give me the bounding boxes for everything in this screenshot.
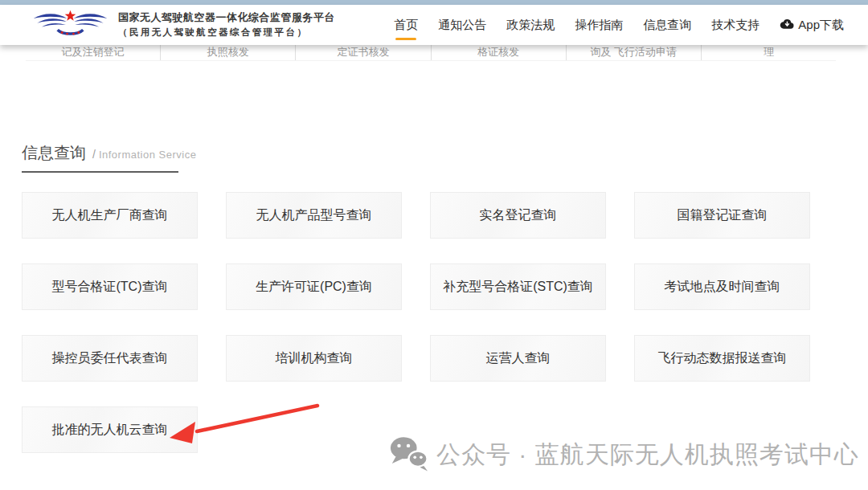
query-nationality-registration-button[interactable]: 国籍登记证查询 (634, 192, 810, 239)
query-grid: 无人机生产厂商查询 无人机产品型号查询 实名登记查询 国籍登记证查询 型号合格证… (22, 192, 810, 453)
clipped-menu-item-certificate[interactable]: 定证书核发 (296, 44, 431, 60)
query-stc-button[interactable]: 补充型号合格证(STC)查询 (430, 263, 606, 310)
nav-tech-support[interactable]: 技术支持 (711, 18, 760, 33)
cloud-download-icon (780, 18, 794, 32)
query-training-org-button[interactable]: 培训机构查询 (226, 335, 402, 382)
site-titles: 国家无人驾驶航空器一体化综合监管服务平台 （民用无人驾驶航空器综合管理平台） (118, 10, 335, 39)
clipped-menu-item-flight-application[interactable]: 询及 飞行活动申请 (567, 44, 702, 60)
query-pilot-delegated-rep-button[interactable]: 操控员委任代表查询 (22, 335, 198, 382)
active-tab-underline (395, 38, 416, 40)
section-title-en: Information Service (99, 149, 197, 161)
clipped-menu-item-qualification[interactable]: 格证核发 (432, 44, 567, 60)
query-real-name-registration-button[interactable]: 实名登记查询 (430, 192, 606, 239)
site-header: 国家无人驾驶航空器一体化综合监管服务平台 （民用无人驾驶航空器综合管理平台） 首… (0, 5, 868, 45)
clipped-menu-band: 记及注销登记 执照核发 定证书核发 格证核发 询及 飞行活动申请 理 (26, 44, 836, 61)
clipped-menu-item-registration[interactable]: 记及注销登记 (26, 44, 161, 60)
query-operator-button[interactable]: 运营人查询 (430, 335, 606, 382)
nav-information-query[interactable]: 信息查询 (643, 18, 691, 33)
page: 国家无人驾驶航空器一体化综合监管服务平台 （民用无人驾驶航空器综合管理平台） 首… (0, 0, 868, 490)
query-pc-button[interactable]: 生产许可证(PC)查询 (226, 263, 402, 310)
nav-tech-support-label: 技术支持 (711, 18, 760, 33)
watermark: 公众号 · 蓝航天际无人机执照考试中心 (389, 435, 859, 476)
nav-guides[interactable]: 操作指南 (575, 18, 623, 33)
nav-information-query-label: 信息查询 (643, 18, 691, 33)
nav-policies[interactable]: 政策法规 (506, 18, 555, 33)
brand: 国家无人驾驶航空器一体化综合监管服务平台 （民用无人驾驶航空器综合管理平台） (32, 9, 335, 41)
query-flight-data-report-button[interactable]: 飞行动态数据报送查询 (634, 335, 810, 382)
section-separator: / (92, 148, 96, 161)
query-approved-uav-cloud-button[interactable]: 批准的无人机云查询 (22, 406, 198, 453)
clipped-menu-item-license[interactable]: 执照核发 (161, 44, 296, 60)
nav-home[interactable]: 首页 (394, 18, 418, 33)
query-exam-location-time-button[interactable]: 考试地点及时间查询 (634, 263, 810, 310)
nav-home-label: 首页 (394, 18, 418, 33)
site-title: 国家无人驾驶航空器一体化综合监管服务平台 (118, 10, 335, 26)
nav-policies-label: 政策法规 (506, 18, 555, 33)
section-heading: 信息查询/Information Service (22, 142, 196, 173)
watermark-text: 公众号 · 蓝航天际无人机执照考试中心 (436, 439, 859, 472)
site-subtitle: （民用无人驾驶航空器综合管理平台） (118, 26, 335, 39)
nav-app-download-label: App下载 (798, 18, 844, 33)
caac-wings-logo-icon (32, 9, 108, 41)
section-title: 信息查询 (22, 144, 86, 161)
main-nav: 首页 通知公告 政策法规 操作指南 信息查询 技术支持 (394, 18, 844, 33)
query-manufacturer-button[interactable]: 无人机生产厂商查询 (22, 192, 198, 239)
clipped-menu-item-management[interactable]: 理 (702, 44, 836, 60)
nav-notices-label: 通知公告 (438, 18, 486, 33)
query-product-model-button[interactable]: 无人机产品型号查询 (226, 192, 402, 239)
section-underline (22, 171, 178, 173)
nav-app-download[interactable]: App下载 (780, 18, 844, 33)
nav-guides-label: 操作指南 (575, 18, 623, 33)
query-tc-button[interactable]: 型号合格证(TC)查询 (22, 263, 198, 310)
wechat-icon (389, 435, 429, 476)
nav-notices[interactable]: 通知公告 (438, 18, 486, 33)
